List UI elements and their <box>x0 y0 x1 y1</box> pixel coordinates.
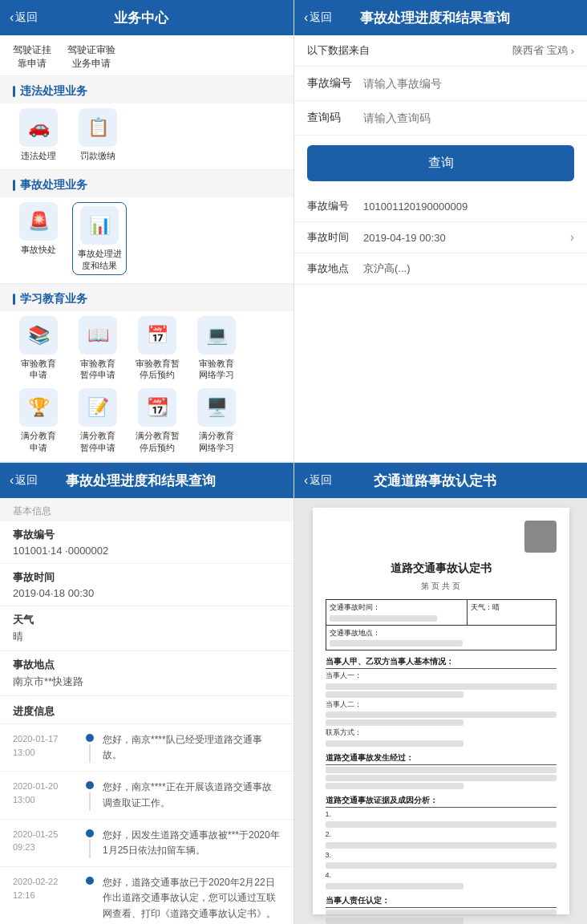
progress-dot-area-4 <box>82 875 98 922</box>
back-label-business: 返回 <box>15 10 38 25</box>
back-button-progress[interactable]: ‹ 返回 <box>10 473 38 488</box>
cert-main-title: 道路交通事故认定书 <box>326 559 557 577</box>
cert-logo-icon <box>524 521 557 553</box>
result-accident-time-row[interactable]: 事故时间 2019-04-19 00:30 › <box>294 222 587 253</box>
field-value-accident-no: 101001·14 ·0000002 <box>13 545 281 557</box>
chevron-left-icon: ‹ <box>10 10 14 25</box>
edu-audit-online-label: 审验教育网络学习 <box>199 358 234 381</box>
accident-icon-grid: 🚨 事故快处 📊 事故处理进度和结果 <box>0 197 294 284</box>
edu-full-online-icon: 🖥️ <box>197 388 236 427</box>
back-button-business[interactable]: ‹ 返回 <box>10 10 38 25</box>
panel-query-top: ‹ 返回 事故处理进度和结果查询 以下数据来自 陕西省 宝鸡 › 事故编号 查询… <box>294 0 587 462</box>
nav-bar-business: ‹ 返回 业务中心 <box>0 0 294 35</box>
chevron-left-icon-progress: ‹ <box>10 473 14 488</box>
result-accident-location-row: 事故地点 京沪高(...) <box>294 253 587 285</box>
edu-full-suspend-reserve-label: 满分教育暂停后预约 <box>136 430 180 453</box>
chevron-right-time-icon: › <box>570 230 574 245</box>
cert-weather-cell: 天气：晴 <box>468 600 556 625</box>
field-row-location: 事故地点 南京市**快速路 <box>0 651 294 696</box>
query-button[interactable]: 查询 <box>307 145 574 181</box>
query-code-row: 查询码 <box>294 101 587 136</box>
icon-item-edu-full-suspend-reserve[interactable]: 📆 满分教育暂停后预约 <box>132 388 183 453</box>
screen-grid: ‹ 返回 业务中心 驾驶证挂靠申请 驾驶证审验业务申请 违法处理业务 <box>0 0 587 924</box>
icon-item-edu-audit-reserve[interactable]: 📅 审验教育暂停后预约 <box>132 316 183 381</box>
accident-quick-icon: 🚨 <box>19 202 58 241</box>
section-header-violation: 违法处理业务 <box>0 76 294 103</box>
progress-dot-area-1 <box>82 732 98 763</box>
progress-content: 基本信息 事故编号 101001·14 ·0000002 事故时间 2019·0… <box>0 498 294 924</box>
business-content: 驾驶证挂靠申请 驾驶证审验业务申请 违法处理业务 🚗 违法处理 📋 罚款缴纳 <box>0 35 294 462</box>
panel-business-center: ‹ 返回 业务中心 驾驶证挂靠申请 驾驶证审验业务申请 违法处理业务 <box>0 0 294 462</box>
nav-bar-cert: ‹ 返回 交通道路事故认定书 <box>294 463 587 498</box>
data-source-bar: 以下数据来自 陕西省 宝鸡 › <box>294 35 587 67</box>
progress-date-2: 2020-01-20 13:00 <box>13 780 77 810</box>
icon-item-edu-audit-online[interactable]: 💻 审验教育网络学习 <box>191 316 242 381</box>
edu-full-suspend-label: 满分教育暂停申请 <box>80 430 115 453</box>
icon-item-accident-quick[interactable]: 🚨 事故快处 <box>13 202 64 275</box>
education-icon-grid: 📚 审验教育申请 📖 审验教育暂停申请 📅 审验教育暂停后预约 💻 审验教育网络… <box>0 311 294 462</box>
result-accident-time-label: 事故时间 <box>307 230 363 245</box>
panel-cert: ‹ 返回 交通道路事故认定书 道路交通事故认定书 第 页 共 页 交通事故时间：… <box>294 462 587 924</box>
cert-content: 道路交通事故认定书 第 页 共 页 交通事故时间： 天气：晴 交通事故地点： 当… <box>294 498 587 924</box>
cert-table-row-2: 交通事故地点： <box>326 625 556 650</box>
icon-item-edu-audit-apply[interactable]: 📚 审验教育申请 <box>13 316 64 381</box>
result-accident-location-label: 事故地点 <box>307 261 363 276</box>
progress-section-header: 进度信息 <box>0 696 294 724</box>
field-value-location: 南京市**快速路 <box>13 675 281 689</box>
edu-full-suspend-reserve-icon: 📆 <box>138 388 176 427</box>
query-top-title: 事故处理进度和结果查询 <box>332 9 537 27</box>
result-accident-no-label: 事故编号 <box>307 199 363 213</box>
back-label-progress: 返回 <box>15 473 38 488</box>
icon-item-edu-full-apply[interactable]: 🏆 满分教育申请 <box>13 388 64 453</box>
progress-dot-3 <box>86 829 94 837</box>
progress-text-3: 您好，因发生道路交通事故被***于2020年1月25日依法扣留车辆。 <box>103 828 281 858</box>
field-value-weather: 晴 <box>13 630 281 644</box>
progress-dot-1 <box>86 734 94 742</box>
field-row-accident-no: 事故编号 101001·14 ·0000002 <box>0 521 294 564</box>
edu-full-suspend-icon: 📝 <box>79 388 117 427</box>
basic-info-label: 基本信息 <box>0 498 294 521</box>
section-header-education: 学习教育业务 <box>0 284 294 311</box>
cert-paper: 道路交通事故认定书 第 页 共 页 交通事故时间： 天气：晴 交通事故地点： 当… <box>313 508 569 914</box>
fine-pay-icon: 📋 <box>79 108 117 147</box>
menu-label-license-register: 驾驶证挂靠申请 <box>13 44 51 69</box>
result-accident-no-row: 事故编号 101001120190000009 <box>294 191 587 222</box>
accident-no-label: 事故编号 <box>307 76 363 91</box>
progress-dot-area-2 <box>82 780 98 810</box>
progress-dot-4 <box>86 877 94 885</box>
icon-item-fine-pay[interactable]: 📋 罚款缴纳 <box>72 108 123 161</box>
back-button-cert[interactable]: ‹ 返回 <box>304 473 332 488</box>
query-code-input[interactable] <box>363 111 574 124</box>
progress-item-1: 2020-01-17 13:00 您好，南京****队已经受理道路交通事故。 <box>0 724 294 772</box>
menu-item-license-verify[interactable]: 驾驶证审验业务申请 <box>67 43 115 71</box>
progress-text-1: 您好，南京****队已经受理道路交通事故。 <box>103 732 281 763</box>
icon-item-accident-progress[interactable]: 📊 事故处理进度和结果 <box>72 202 127 275</box>
progress-line-3 <box>89 840 91 858</box>
edu-audit-reserve-icon: 📅 <box>138 316 176 355</box>
edu-audit-apply-label: 审验教育申请 <box>21 358 56 381</box>
business-center-title: 业务中心 <box>38 9 244 27</box>
menu-item-license-register[interactable]: 驾驶证挂靠申请 <box>13 43 51 71</box>
result-accident-time-value: 2019-04-19 00:30 <box>363 232 570 244</box>
field-value-accident-time: 2019·04·18 00:30 <box>13 587 281 599</box>
cert-responsibility-text <box>326 910 557 924</box>
icon-item-edu-full-suspend[interactable]: 📝 满分教育暂停申请 <box>72 388 123 453</box>
progress-date-4: 2020-02-22 12:16 <box>13 875 77 922</box>
back-label-query-top: 返回 <box>310 10 332 25</box>
result-accident-location-value: 京沪高(...) <box>363 261 574 276</box>
accident-no-row: 事故编号 <box>294 67 587 101</box>
icon-item-edu-full-online[interactable]: 🖥️ 满分教育网络学习 <box>191 388 242 453</box>
icon-item-edu-audit-suspend[interactable]: 📖 审验教育暂停申请 <box>72 316 123 381</box>
query-top-content: 以下数据来自 陕西省 宝鸡 › 事故编号 查询码 查询 事故编号 1010011… <box>294 35 587 462</box>
cert-time-cell: 交通事故时间： <box>326 600 468 625</box>
field-row-accident-time: 事故时间 2019·04·18 00:30 <box>0 564 294 606</box>
edu-audit-apply-icon: 📚 <box>19 316 58 355</box>
back-button-query-top[interactable]: ‹ 返回 <box>304 10 332 25</box>
icon-item-violation-handle[interactable]: 🚗 违法处理 <box>13 108 64 161</box>
cert-location-cell: 交通事故地点： <box>326 625 556 650</box>
top-menu-row: 驾驶证挂靠申请 驾驶证审验业务申请 <box>0 35 294 76</box>
progress-text-4: 您好，道路交通事故已于2020年2月22日作出道路交通事故认定，您可以通过互联网… <box>103 875 281 922</box>
chevron-left-icon-query: ‹ <box>304 10 308 25</box>
field-row-weather: 天气 晴 <box>0 606 294 651</box>
accident-no-input[interactable] <box>363 77 574 90</box>
